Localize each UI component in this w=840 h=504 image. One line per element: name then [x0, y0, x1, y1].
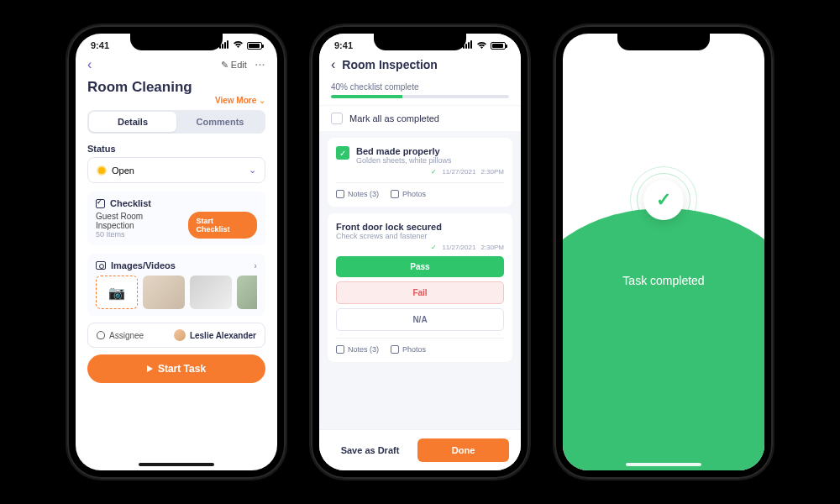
checklist-count: 50 Items — [96, 230, 183, 239]
media-thumb[interactable] — [143, 276, 185, 309]
home-indicator — [139, 463, 214, 466]
item-time: 2:30PM — [480, 168, 504, 176]
checkbox-icon[interactable] — [331, 113, 343, 124]
item-title: Front door lock secured — [336, 222, 504, 232]
media-section: Images/Videos › 📷 — [87, 254, 265, 316]
item-time: 2:30PM — [480, 244, 504, 251]
page-title: Room Inspection — [342, 58, 438, 71]
status-bar: 9:41 — [319, 34, 521, 52]
phone-completion: ✓ Task completed — [554, 25, 773, 479]
wifi-icon — [233, 40, 244, 50]
battery-icon — [491, 42, 506, 50]
battery-icon — [247, 42, 262, 50]
more-icon[interactable]: ··· — [255, 60, 265, 70]
success-badge: ✓ — [630, 166, 697, 234]
chevron-down-icon: ⌄ — [249, 165, 256, 176]
checklist-item-completed: ✓ Bed made properly Golden sheets, white… — [328, 138, 512, 207]
clock: 9:41 — [91, 40, 109, 50]
fail-button[interactable]: Fail — [336, 281, 504, 304]
bottom-bar: Save as Draft Done — [319, 429, 521, 470]
pass-button[interactable]: Pass — [336, 256, 504, 277]
status-value: Open — [112, 165, 134, 176]
mark-all-row[interactable]: Mark all as completed — [319, 106, 521, 131]
assignee-row[interactable]: Assignee Leslie Alexander — [87, 323, 265, 348]
checklist-icon — [96, 199, 105, 208]
done-button[interactable]: Done — [417, 438, 509, 462]
edit-button[interactable]: ✎ Edit — [221, 60, 247, 71]
back-icon[interactable]: ‹ — [87, 57, 92, 72]
add-media-button[interactable]: 📷 — [96, 276, 138, 309]
photos-button[interactable]: Photos — [391, 190, 426, 198]
checklist-item-open: Front door lock secured Check screws and… — [328, 213, 512, 362]
check-icon: ✓ — [431, 168, 437, 176]
item-title: Bed made properly — [356, 146, 504, 156]
camera-icon — [96, 261, 106, 270]
media-thumb[interactable] — [237, 276, 257, 309]
status-select[interactable]: Open ⌄ — [87, 157, 265, 183]
progress-text: 40% checklist complete — [331, 82, 509, 92]
pencil-icon: ✎ — [221, 60, 228, 71]
back-icon[interactable]: ‹ — [331, 57, 335, 72]
completion-message: Task completed — [622, 274, 704, 287]
check-icon: ✓ — [431, 244, 437, 251]
status-bar: 9:41 — [76, 34, 277, 52]
camera-icon — [391, 345, 399, 354]
home-indicator — [626, 463, 701, 466]
progress-section: 40% checklist complete — [319, 77, 521, 105]
camera-icon — [391, 190, 399, 198]
play-icon — [147, 365, 153, 372]
item-date: 11/27/2021 — [442, 244, 475, 251]
phone-task-detail: 9:41 ‹ ✎ Edit ··· Room Cleaning View Mor… — [67, 25, 286, 479]
page-title: Room Cleaning — [76, 77, 277, 96]
progress-bar — [331, 95, 509, 98]
tab-comments[interactable]: Comments — [176, 112, 264, 132]
start-checklist-button[interactable]: Start Checklist — [188, 212, 257, 239]
media-thumb[interactable] — [190, 276, 232, 309]
status-dot-icon — [97, 165, 107, 176]
status-indicators — [219, 40, 262, 50]
item-subtitle: Check screws and fastener — [336, 232, 504, 240]
notes-button[interactable]: Notes (3) — [336, 345, 379, 354]
start-task-button[interactable]: Start Task — [87, 354, 265, 383]
check-icon: ✓ — [656, 189, 671, 211]
tab-details[interactable]: Details — [89, 112, 176, 132]
notes-button[interactable]: Notes (3) — [336, 190, 379, 198]
camera-add-icon: 📷 — [108, 285, 125, 301]
note-icon — [336, 190, 344, 198]
chevron-down-icon: ⌄ — [259, 96, 265, 105]
checkbox-checked-icon[interactable]: ✓ — [336, 146, 349, 160]
wifi-icon — [476, 41, 487, 50]
person-icon — [97, 331, 105, 339]
success-background — [563, 208, 764, 470]
assignee-name: Leslie Alexander — [190, 331, 256, 340]
avatar — [174, 329, 186, 341]
phone-inspection: 9:41 ‹ Room Inspection 40% checklist com… — [311, 25, 529, 479]
item-subtitle: Golden sheets, white pillows — [356, 156, 504, 165]
checklist-section: Checklist Guest Room Inspection 50 Items… — [87, 192, 265, 245]
photos-button[interactable]: Photos — [391, 345, 426, 354]
checklist-name: Guest Room Inspection — [96, 212, 183, 230]
save-draft-button[interactable]: Save as Draft — [331, 438, 409, 462]
status-indicators — [463, 40, 506, 50]
segment-control: Details Comments — [87, 110, 265, 134]
clock: 9:41 — [334, 40, 353, 50]
note-icon — [336, 345, 344, 354]
chevron-right-icon[interactable]: › — [254, 260, 257, 270]
item-date: 11/27/2021 — [442, 168, 475, 176]
view-more-link[interactable]: View More ⌄ — [76, 96, 277, 105]
status-label: Status — [76, 139, 277, 157]
na-button[interactable]: N/A — [336, 308, 504, 331]
